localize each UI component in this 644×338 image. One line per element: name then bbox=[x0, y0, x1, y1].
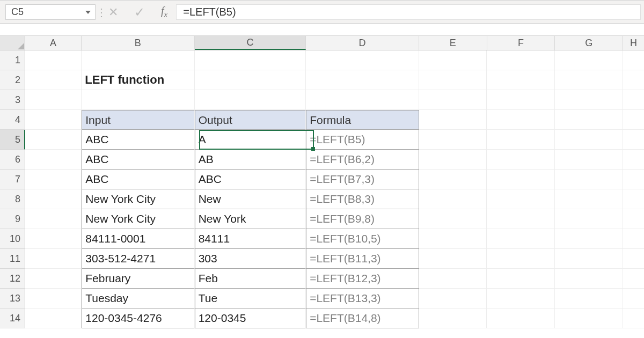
cell-D7[interactable]: =LEFT(B7,3) bbox=[306, 170, 419, 189]
row-header-2[interactable]: 2 bbox=[0, 70, 25, 90]
cell-H6[interactable] bbox=[623, 150, 644, 170]
fx-icon[interactable]: fx bbox=[161, 5, 167, 19]
cell-G13[interactable] bbox=[555, 289, 623, 308]
cell-H5[interactable] bbox=[623, 130, 644, 150]
cell-G9[interactable] bbox=[555, 209, 623, 229]
cell-H12[interactable] bbox=[623, 269, 644, 289]
cell-E9[interactable] bbox=[419, 209, 487, 229]
cell-G14[interactable] bbox=[555, 308, 623, 328]
cell-D9[interactable]: =LEFT(B9,8) bbox=[306, 209, 419, 229]
cell-A6[interactable] bbox=[25, 150, 82, 170]
cell-H14[interactable] bbox=[623, 308, 644, 328]
spreadsheet-grid[interactable]: A B C D E F G H 1 2 LEFT function bbox=[0, 35, 644, 328]
cell-G3[interactable] bbox=[555, 90, 623, 110]
cell-F12[interactable] bbox=[487, 269, 555, 289]
cell-G12[interactable] bbox=[555, 269, 623, 289]
cell-E1[interactable] bbox=[419, 50, 487, 70]
col-header-B[interactable]: B bbox=[82, 36, 195, 50]
row-header-9[interactable]: 9 bbox=[0, 209, 25, 229]
cell-F11[interactable] bbox=[487, 249, 555, 269]
cell-A7[interactable] bbox=[25, 170, 82, 189]
cell-H7[interactable] bbox=[623, 170, 644, 189]
row-header-11[interactable]: 11 bbox=[0, 249, 25, 269]
confirm-icon[interactable]: ✓ bbox=[134, 5, 145, 20]
cell-B5[interactable]: ABC bbox=[82, 130, 194, 150]
cell-B1[interactable] bbox=[82, 50, 194, 70]
select-all-corner[interactable] bbox=[0, 36, 25, 50]
cell-F10[interactable] bbox=[487, 229, 555, 249]
cell-E14[interactable] bbox=[419, 308, 487, 328]
cell-A8[interactable] bbox=[25, 189, 82, 209]
cell-C2[interactable] bbox=[195, 70, 306, 90]
col-header-H[interactable]: H bbox=[623, 36, 644, 50]
cell-A9[interactable] bbox=[25, 209, 82, 229]
cell-C5[interactable]: A bbox=[195, 130, 306, 150]
cell-D11[interactable]: =LEFT(B11,3) bbox=[306, 249, 419, 269]
cell-B13[interactable]: Tuesday bbox=[82, 289, 194, 308]
cell-E5[interactable] bbox=[419, 130, 487, 150]
cell-H2[interactable] bbox=[623, 70, 644, 90]
cell-H11[interactable] bbox=[623, 249, 644, 269]
cell-G8[interactable] bbox=[555, 189, 623, 209]
cell-D13[interactable]: =LEFT(B13,3) bbox=[306, 289, 419, 308]
name-box[interactable]: C5 bbox=[5, 4, 96, 20]
cell-C14[interactable]: 120-0345 bbox=[195, 308, 306, 328]
cell-E12[interactable] bbox=[419, 269, 487, 289]
row-header-5[interactable]: 5 bbox=[0, 130, 25, 150]
cell-B14[interactable]: 120-0345-4276 bbox=[82, 308, 194, 328]
cell-E13[interactable] bbox=[419, 289, 487, 308]
cell-C11[interactable]: 303 bbox=[195, 249, 306, 269]
cell-D14[interactable]: =LEFT(B14,8) bbox=[306, 308, 419, 328]
formula-input[interactable]: =LEFT(B5) bbox=[176, 4, 641, 20]
row-header-14[interactable]: 14 bbox=[0, 308, 25, 328]
cell-A1[interactable] bbox=[25, 50, 82, 70]
cell-G11[interactable] bbox=[555, 249, 623, 269]
cell-A14[interactable] bbox=[25, 308, 82, 328]
cell-F9[interactable] bbox=[487, 209, 555, 229]
cell-G5[interactable] bbox=[555, 130, 623, 150]
cell-C10[interactable]: 84111 bbox=[195, 229, 306, 249]
col-header-E[interactable]: E bbox=[419, 36, 487, 50]
cell-C13[interactable]: Tue bbox=[195, 289, 306, 308]
cell-A11[interactable] bbox=[25, 249, 82, 269]
cell-D12[interactable]: =LEFT(B12,3) bbox=[306, 269, 419, 289]
col-header-G[interactable]: G bbox=[555, 36, 623, 50]
cell-A2[interactable] bbox=[25, 70, 82, 90]
cell-E11[interactable] bbox=[419, 249, 487, 269]
cell-B4[interactable]: Input bbox=[82, 110, 194, 130]
cell-E4[interactable] bbox=[419, 110, 487, 130]
col-header-D[interactable]: D bbox=[306, 36, 419, 50]
cell-C7[interactable]: ABC bbox=[195, 170, 306, 189]
cell-E10[interactable] bbox=[419, 229, 487, 249]
cell-D4[interactable]: Formula bbox=[306, 110, 419, 130]
cell-D8[interactable]: =LEFT(B8,3) bbox=[306, 189, 419, 209]
cell-G6[interactable] bbox=[555, 150, 623, 170]
cell-F5[interactable] bbox=[487, 130, 555, 150]
cell-B7[interactable]: ABC bbox=[82, 170, 194, 189]
cell-B9[interactable]: New York City bbox=[82, 209, 194, 229]
cell-E2[interactable] bbox=[419, 70, 487, 90]
cell-D10[interactable]: =LEFT(B10,5) bbox=[306, 229, 419, 249]
cell-G2[interactable] bbox=[555, 70, 623, 90]
cell-F13[interactable] bbox=[487, 289, 555, 308]
chevron-down-icon[interactable] bbox=[85, 11, 91, 14]
cell-F3[interactable] bbox=[487, 90, 555, 110]
cell-F6[interactable] bbox=[487, 150, 555, 170]
cell-F4[interactable] bbox=[487, 110, 555, 130]
row-header-1[interactable]: 1 bbox=[0, 50, 25, 70]
cancel-icon[interactable]: ✕ bbox=[108, 5, 118, 19]
cell-B6[interactable]: ABC bbox=[82, 150, 194, 170]
cell-H8[interactable] bbox=[623, 189, 644, 209]
cell-D3[interactable] bbox=[306, 90, 419, 110]
cell-D6[interactable]: =LEFT(B6,2) bbox=[306, 150, 419, 170]
cell-B3[interactable] bbox=[82, 90, 194, 110]
cell-F7[interactable] bbox=[487, 170, 555, 189]
cell-B11[interactable]: 303-512-4271 bbox=[82, 249, 194, 269]
cell-E8[interactable] bbox=[419, 189, 487, 209]
col-header-F[interactable]: F bbox=[487, 36, 555, 50]
cell-A13[interactable] bbox=[25, 289, 82, 308]
row-header-8[interactable]: 8 bbox=[0, 189, 25, 209]
cell-E3[interactable] bbox=[419, 90, 487, 110]
row-header-6[interactable]: 6 bbox=[0, 150, 25, 170]
cell-D1[interactable] bbox=[306, 50, 419, 70]
